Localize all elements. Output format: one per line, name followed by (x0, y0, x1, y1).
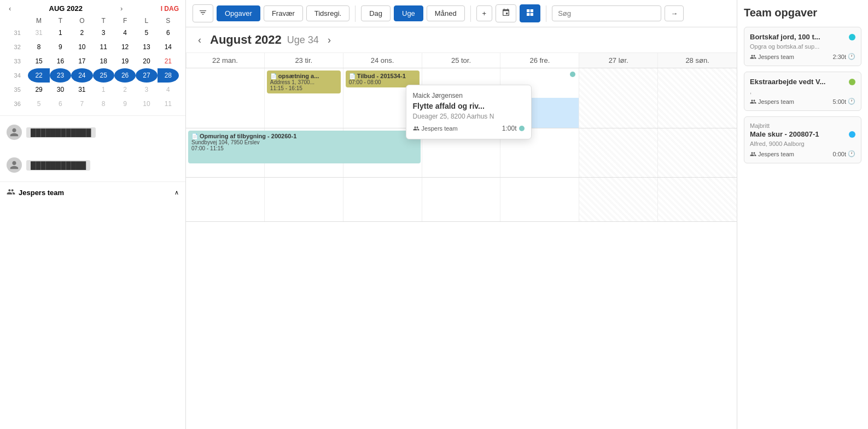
cal-next-btn[interactable]: › (324, 34, 334, 46)
grid-view-btn[interactable] (520, 4, 540, 22)
mini-cal-day[interactable]: 16 (50, 54, 71, 68)
mini-cal-day[interactable]: 7 (71, 97, 92, 111)
mini-cal-day-22[interactable]: 22 (28, 68, 49, 83)
search-arrow-btn[interactable]: → (665, 5, 684, 21)
clock-icon-1: 🕐 (848, 53, 855, 60)
week-cell-team-23[interactable] (265, 178, 343, 221)
mini-cal-day[interactable]: 2 (71, 26, 92, 40)
mini-cal-day[interactable]: 31 (71, 83, 92, 97)
mini-cal-day[interactable]: 1 (93, 83, 114, 97)
toolbar-separator-3 (546, 5, 546, 22)
mini-cal-day[interactable]: 12 (114, 40, 136, 54)
event-opmuring[interactable]: 📄 Opmuring af tilbygning - 200260-1 Sund… (188, 131, 421, 163)
team-header[interactable]: Jespers team ∧ (7, 187, 179, 198)
mini-cal-day[interactable]: 5 (28, 97, 49, 111)
opgaver-tab[interactable]: Opgaver (217, 5, 260, 21)
mini-cal-day[interactable]: 31 (28, 26, 49, 40)
maaned-view-btn[interactable]: Måned (427, 5, 465, 21)
week-num: 36 (7, 97, 28, 111)
week-num: 31 (7, 26, 28, 40)
mini-cal-day[interactable]: 10 (136, 97, 157, 111)
next-month-btn[interactable]: › (118, 4, 125, 13)
search-input[interactable] (552, 5, 661, 21)
mini-cal-day-27[interactable]: 27 (136, 68, 157, 83)
calendar-icon-btn[interactable] (496, 4, 516, 22)
mini-cal-day[interactable]: 5 (136, 26, 157, 40)
week-cell-p2-22[interactable]: 📄 Opmuring af tilbygning - 200260-1 Sund… (186, 128, 265, 177)
mini-cal-day-28[interactable]: 28 (158, 68, 179, 83)
mini-cal-day[interactable]: 9 (50, 40, 71, 54)
calendar-area: ‹ August 2022 Uge 34 › 22 man. 23 tir. 2… (186, 27, 737, 429)
week-cell-team-22[interactable] (186, 178, 265, 221)
mini-cal-day[interactable]: 11 (93, 40, 114, 54)
mini-cal-day[interactable]: 15 (28, 54, 49, 68)
week-cell-p1-23[interactable]: 📄 opsætning a... Address 1, 3700... 11:1… (265, 68, 343, 128)
week-cell-p1-27[interactable] (579, 68, 658, 128)
mini-cal-day-24[interactable]: 24 (71, 68, 92, 83)
filter-button[interactable] (193, 4, 213, 22)
task-title-1: Bortskaf jord, 100 t... (750, 33, 846, 41)
week-num: 34 (7, 68, 28, 83)
mini-cal-day[interactable]: 2 (114, 83, 136, 97)
today-btn[interactable]: I DAG (161, 5, 179, 13)
mini-cal-day[interactable]: 1 (50, 26, 71, 40)
mini-cal-day[interactable]: 18 (93, 54, 114, 68)
task-card-1[interactable]: Bortskaf jord, 100 t... Opgra og bortska… (744, 27, 861, 66)
week-cell-team-25[interactable] (422, 178, 501, 221)
mini-cal-day[interactable]: 3 (136, 83, 157, 97)
mini-cal-day[interactable]: 14 (158, 40, 179, 54)
task-time-1: 2:30t 🕐 (833, 53, 855, 60)
main-area: Opgaver Fravær Tidsregi. Dag Uge Måned +… (186, 0, 737, 429)
week-cell-p1-25[interactable]: Maick Jørgensen Flytte affald og riv... … (422, 68, 501, 128)
mini-cal-day[interactable]: 8 (28, 40, 49, 54)
mini-cal-day[interactable]: 19 (114, 54, 136, 68)
event-opsetning[interactable]: 📄 opsætning a... Address 1, 3700... 11:1… (267, 70, 341, 93)
mini-cal-day[interactable]: 29 (28, 83, 49, 97)
mini-cal-day[interactable]: 13 (136, 40, 157, 54)
person-row-1[interactable]: ████████████ (7, 121, 179, 143)
tidsregi-tab[interactable]: Tidsregi. (306, 5, 349, 21)
task-footer-3: Jespers team 0:00t 🕐 (750, 150, 855, 157)
weekday-tue: T (50, 16, 71, 26)
mini-cal-day[interactable]: 8 (93, 97, 114, 111)
team-collapse-icon[interactable]: ∧ (174, 189, 179, 196)
mini-cal-day[interactable]: 4 (158, 83, 179, 97)
mini-cal-day[interactable]: 30 (50, 83, 71, 97)
week-cell-team-27[interactable] (579, 178, 658, 221)
week-cell-team-24[interactable] (343, 178, 422, 221)
cal-prev-btn[interactable]: ‹ (195, 34, 205, 46)
mini-cal-day[interactable]: 6 (50, 97, 71, 111)
mini-cal-day[interactable]: 20 (136, 54, 157, 68)
week-cell-team-28[interactable] (658, 178, 737, 221)
mini-cal-day[interactable]: 4 (114, 26, 136, 40)
mini-cal-day[interactable]: 10 (71, 40, 92, 54)
dag-view-btn[interactable]: Dag (361, 5, 391, 21)
mini-cal-grid: M T O T F L S 31 31 1 2 3 4 5 (7, 16, 179, 111)
weekday-sat: L (136, 16, 157, 26)
task-card-3[interactable]: Majbritt Male skur - 200807-1 Alfred, 90… (744, 116, 861, 163)
uge-view-btn[interactable]: Uge (394, 5, 423, 21)
week-cell-p2-28[interactable] (658, 128, 737, 177)
mini-cal-day[interactable]: 6 (158, 26, 179, 40)
week-cell-p2-27[interactable] (579, 128, 658, 177)
mini-cal-day[interactable]: 9 (114, 97, 136, 111)
mini-cal-day[interactable]: 17 (71, 54, 92, 68)
day-label-22: 22 man. (212, 56, 238, 64)
mini-cal-day-25[interactable]: 25 (93, 68, 114, 83)
fravaer-tab[interactable]: Fravær (264, 5, 303, 21)
add-button[interactable]: + (476, 5, 493, 21)
mini-cal-day[interactable]: 11 (158, 97, 179, 111)
task-card-2[interactable]: Ekstraarbejde vedt V... , Jespers team 5… (744, 72, 861, 111)
person-row-2[interactable]: ███████████ (7, 154, 179, 176)
task-team-name-1: Jespers team (758, 54, 794, 60)
person-avatar-2 (7, 157, 22, 173)
mini-cal-day-26[interactable]: 26 (114, 68, 136, 83)
mini-cal-day[interactable]: 3 (93, 26, 114, 40)
prev-month-btn[interactable]: ‹ (7, 4, 13, 13)
task-team-1: Jespers team (750, 54, 794, 60)
mini-cal-day-23[interactable]: 23 (50, 68, 71, 83)
week-cell-p1-28[interactable] (658, 68, 737, 128)
week-cell-p1-22[interactable] (186, 68, 265, 128)
mini-cal-day[interactable]: 21 (158, 54, 179, 68)
week-cell-team-26[interactable] (500, 178, 579, 221)
